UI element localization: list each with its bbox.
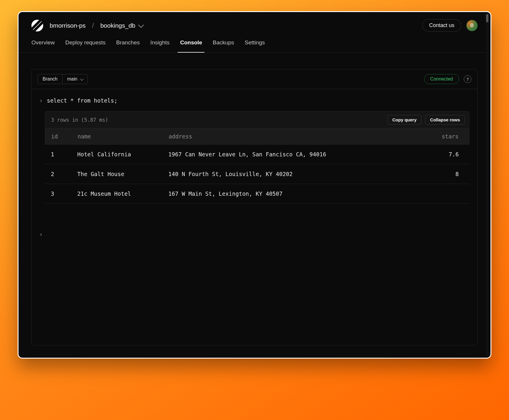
tab-branches[interactable]: Branches [116, 39, 140, 52]
contact-us-button[interactable]: Contact us [422, 19, 461, 32]
tab-backups[interactable]: Backups [213, 39, 234, 52]
tab-deploy-requests[interactable]: Deploy requests [65, 39, 105, 52]
executed-query-text: select * from hotels; [47, 97, 117, 104]
branch-selector-label: Branch [38, 74, 63, 84]
query-result-block: 3 rows in (5.87 ms) Copy query Collapse … [45, 111, 470, 204]
col-header-id: id [51, 133, 78, 140]
breadcrumb-org[interactable]: bmorrison-ps [50, 22, 86, 29]
cell-name: 21c Museum Hotel [77, 190, 168, 197]
console-body: › select * from hotels; 3 rows in (5.87 … [32, 89, 477, 246]
table-row: 2 The Galt House 140 N Fourth St, Louisv… [45, 164, 469, 184]
table-row: 1 Hotel California 1967 Can Never Leave … [45, 145, 469, 164]
branch-selector-value: main [63, 74, 88, 84]
console-toolbar: Branch main Connected ? [32, 69, 477, 89]
cell-name: Hotel California [77, 151, 168, 158]
sql-prompt[interactable]: › [39, 231, 470, 237]
tab-settings[interactable]: Settings [245, 39, 265, 52]
cell-id: 3 [51, 190, 77, 197]
help-icon: ? [466, 77, 469, 82]
breadcrumb-separator: / [92, 22, 94, 29]
console-panel: Branch main Connected ? [31, 69, 478, 345]
nav-tabs: Overview Deploy requests Branches Insigh… [19, 32, 490, 53]
collapse-rows-button[interactable]: Collapse rows [425, 115, 465, 125]
tab-overview[interactable]: Overview [31, 39, 55, 52]
result-meta-text: 3 rows in (5.87 ms) [51, 117, 108, 123]
cell-address: 167 W Main St, Lexington, KY 40507 [168, 190, 434, 197]
table-row: 3 21c Museum Hotel 167 W Main St, Lexing… [45, 184, 469, 204]
col-header-stars: stars [434, 133, 463, 140]
header-actions: Contact us B [422, 19, 478, 32]
result-header: 3 rows in (5.87 ms) Copy query Collapse … [45, 111, 469, 128]
cell-address: 1967 Can Never Leave Ln, San Fancisco CA… [168, 151, 434, 158]
breadcrumb-db[interactable]: bookings_db [100, 22, 142, 29]
cell-id: 2 [51, 171, 77, 177]
app-header: bmorrison-ps / bookings_db Contact us B [19, 12, 490, 32]
cell-address: 140 N Fourth St, Louisville, KY 40202 [168, 171, 434, 177]
avatar[interactable]: B [466, 20, 478, 31]
help-button[interactable]: ? [464, 75, 471, 83]
cell-stars [434, 190, 463, 197]
executed-query-line: › select * from hotels; [39, 97, 470, 104]
app-logo-icon[interactable] [31, 20, 43, 31]
breadcrumb-db-label: bookings_db [100, 22, 135, 29]
result-actions: Copy query Collapse rows [387, 115, 465, 125]
cell-id: 1 [51, 151, 77, 158]
col-header-name: name [78, 133, 169, 140]
copy-query-button[interactable]: Copy query [387, 115, 422, 125]
col-header-address: address [169, 133, 434, 140]
chevron-down-icon [80, 77, 84, 81]
branch-selector[interactable]: Branch main [38, 74, 88, 84]
connection-status-badge: Connected [424, 74, 459, 84]
tab-console[interactable]: Console [180, 39, 202, 52]
chevron-down-icon [138, 22, 144, 28]
cell-stars: 8 [434, 171, 463, 177]
cell-name: The Galt House [77, 171, 168, 177]
branch-name-text: main [67, 76, 78, 82]
breadcrumb: bmorrison-ps / bookings_db [31, 20, 142, 31]
result-table-header: id name address stars [45, 128, 469, 145]
cell-stars: 7.6 [434, 151, 463, 158]
breadcrumb-org-label: bmorrison-ps [50, 22, 86, 29]
console-toolbar-right: Connected ? [424, 74, 471, 84]
prompt-caret-icon: › [39, 97, 43, 104]
console-panel-wrap: Branch main Connected ? [19, 53, 490, 358]
avatar-initial: B [470, 23, 474, 28]
tab-insights[interactable]: Insights [150, 39, 169, 52]
prompt-caret-icon: › [39, 231, 43, 237]
desktop-background: bmorrison-ps / bookings_db Contact us B … [0, 0, 509, 420]
app-window: bmorrison-ps / bookings_db Contact us B … [18, 11, 491, 359]
